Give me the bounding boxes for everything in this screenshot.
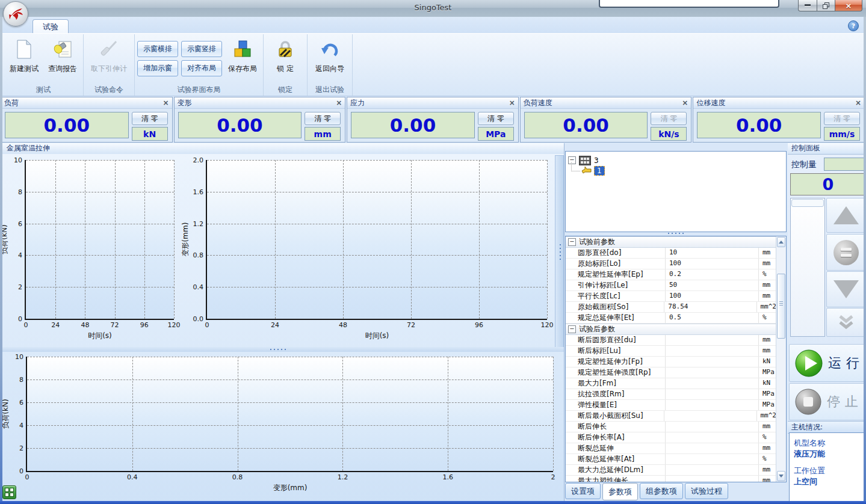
- param-row[interactable]: 最大力总延伸[DLm]mm: [566, 465, 776, 476]
- tab-test[interactable]: 试验: [32, 19, 69, 34]
- app-logo-icon[interactable]: [3, 1, 28, 26]
- play-icon: [794, 349, 823, 378]
- param-row[interactable]: 断后最小截面积[Su]mm^2: [566, 411, 776, 422]
- param-value[interactable]: [666, 432, 759, 443]
- param-value[interactable]: 100: [666, 291, 759, 301]
- param-value[interactable]: 100: [666, 259, 759, 269]
- close-icon[interactable]: ×: [163, 99, 169, 106]
- help-icon[interactable]: ?: [848, 20, 859, 31]
- add-window-button[interactable]: 增加示窗: [137, 60, 178, 76]
- scroll-down-icon[interactable]: [777, 471, 785, 481]
- param-value[interactable]: [666, 389, 759, 399]
- param-section-header[interactable]: −试验前参数: [566, 236, 776, 248]
- specimen-tree[interactable]: − 3 1: [565, 151, 787, 232]
- save-layout-button[interactable]: 保存布局: [224, 35, 261, 84]
- param-row[interactable]: 最大力[Fm]kN: [566, 378, 776, 389]
- param-row[interactable]: 规定塑性延伸力[Fp]kN: [566, 357, 776, 367]
- window-border-left: [0, 17, 2, 501]
- minimize-button[interactable]: [798, 0, 817, 11]
- param-value[interactable]: [664, 411, 756, 421]
- lock-button[interactable]: 锁 定: [266, 35, 305, 84]
- param-unit: MPa: [759, 400, 776, 410]
- param-row[interactable]: 断裂总延伸mm: [566, 443, 776, 454]
- param-row[interactable]: 断后圆形直径[du]mm: [566, 335, 776, 346]
- jog-hold-button[interactable]: [826, 234, 866, 271]
- param-row[interactable]: 规定塑性延伸强度[Rp]MPa: [566, 367, 776, 378]
- close-icon[interactable]: ×: [509, 99, 515, 106]
- param-value[interactable]: [666, 443, 759, 453]
- param-row[interactable]: 弹性模量[E]MPa: [566, 400, 776, 411]
- param-row[interactable]: 原始截面积[So]78.54mm^2: [566, 302, 776, 313]
- param-value[interactable]: 0.2: [666, 269, 759, 280]
- param-name: 最大力[Fm]: [566, 378, 666, 389]
- close-button[interactable]: ×: [835, 0, 862, 11]
- param-value[interactable]: 0.5: [666, 313, 759, 323]
- windows-horizontal-button[interactable]: 示窗横排: [137, 41, 178, 57]
- tree-selected-item[interactable]: 1: [594, 166, 605, 176]
- run-button[interactable]: 运行: [789, 344, 866, 382]
- param-value[interactable]: [666, 367, 759, 378]
- return-wizard-button[interactable]: 返回向导: [310, 35, 350, 84]
- param-tab-参数项[interactable]: 参数项: [602, 483, 638, 500]
- layout-grid-icon[interactable]: [2, 485, 16, 499]
- param-value[interactable]: [666, 357, 759, 367]
- param-value[interactable]: [666, 378, 759, 389]
- param-value[interactable]: [666, 346, 759, 356]
- param-value[interactable]: [666, 465, 759, 475]
- jog-up-button[interactable]: [826, 198, 866, 233]
- horizontal-splitter[interactable]: [1, 347, 564, 352]
- control-amount-input[interactable]: [824, 158, 865, 171]
- param-tab-设置项[interactable]: 设置项: [565, 483, 601, 499]
- param-row[interactable]: 原始标距[Lo]100mm: [566, 259, 776, 269]
- stop-button[interactable]: 停止: [789, 383, 866, 420]
- scrollbar-thumb[interactable]: [777, 274, 785, 339]
- section-expander-icon[interactable]: −: [568, 325, 576, 333]
- param-row[interactable]: 断后伸长率[A]%: [566, 432, 776, 443]
- clear-button[interactable]: 清 零: [305, 112, 341, 125]
- close-icon[interactable]: ×: [855, 99, 861, 106]
- param-row[interactable]: 圆形直径[do]10mm: [566, 248, 776, 259]
- control-list[interactable]: [790, 198, 825, 337]
- param-tab-试验过程[interactable]: 试验过程: [685, 483, 728, 499]
- scroll-up-icon[interactable]: [777, 237, 785, 247]
- param-value[interactable]: [666, 476, 759, 482]
- param-section-header[interactable]: −试验后参数: [566, 324, 776, 335]
- param-value[interactable]: 50: [666, 280, 759, 290]
- clear-button[interactable]: 清 零: [132, 112, 168, 125]
- gridline: [144, 160, 145, 319]
- param-tab-组参数项[interactable]: 组参数项: [640, 483, 683, 499]
- param-value[interactable]: 78.54: [664, 302, 756, 312]
- param-row[interactable]: 断后标距[Lu]mm: [566, 346, 776, 357]
- new-test-button[interactable]: 新建测试: [6, 35, 42, 84]
- param-scrollbar[interactable]: [776, 236, 786, 482]
- jog-down-button[interactable]: [826, 271, 866, 307]
- restore-button[interactable]: [817, 0, 835, 11]
- param-row[interactable]: 抗拉强度[Rm]MPa: [566, 389, 776, 400]
- param-row[interactable]: 断后伸长mm: [566, 422, 776, 432]
- close-icon[interactable]: ×: [682, 99, 688, 106]
- clear-button[interactable]: 清 零: [478, 112, 514, 125]
- up-triangle-icon: [834, 206, 859, 224]
- param-value[interactable]: [666, 454, 759, 464]
- param-value[interactable]: [666, 335, 759, 345]
- param-row[interactable]: 规定总延伸率[Et]0.5%: [566, 313, 776, 324]
- fast-down-button[interactable]: [826, 308, 866, 337]
- query-report-button[interactable]: 查询报告: [45, 35, 81, 84]
- vertical-splitter[interactable]: [555, 155, 564, 348]
- close-icon[interactable]: ×: [336, 99, 342, 106]
- param-row[interactable]: 断裂总延伸率[At]%: [566, 454, 776, 465]
- param-row[interactable]: 引伸计标距[Le]50mm: [566, 280, 776, 291]
- windows-vertical-button[interactable]: 示窗竖排: [181, 41, 222, 57]
- gridline: [27, 380, 553, 380]
- param-row[interactable]: 规定塑性延伸率[Ep]0.2%: [566, 269, 776, 280]
- section-expander-icon[interactable]: −: [568, 238, 576, 246]
- tree-root-label[interactable]: 3: [594, 156, 599, 165]
- tree-param-splitter[interactable]: [565, 232, 785, 235]
- param-value[interactable]: 10: [666, 248, 759, 258]
- param-row[interactable]: 最大力塑性伸长mm: [566, 476, 776, 482]
- param-value[interactable]: [666, 400, 759, 410]
- align-layout-button[interactable]: 对齐布局: [181, 60, 222, 76]
- control-panel-title: 控制面板: [788, 143, 865, 155]
- param-value[interactable]: [666, 422, 759, 432]
- param-row[interactable]: 平行长度[Lc]100mm: [566, 291, 776, 302]
